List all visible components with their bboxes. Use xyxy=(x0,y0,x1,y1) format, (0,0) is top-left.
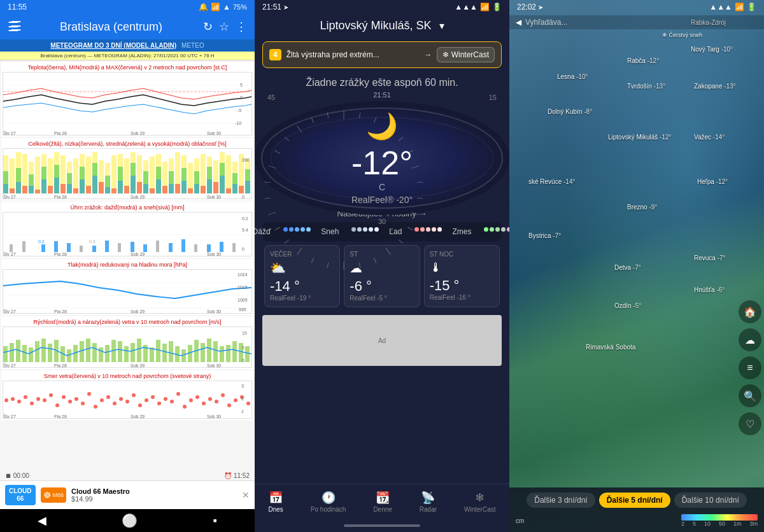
map-label-helpa: Heľpa -12° xyxy=(697,178,728,185)
search-icon-btn[interactable]: 🔍 xyxy=(739,384,761,407)
svg-line-270 xyxy=(327,262,329,268)
panel-meteogram: 11:55 🔔 📶 ▲ 75% ☰ Bratislava (centrum) ↻… xyxy=(0,0,255,532)
svg-rect-93 xyxy=(245,181,250,193)
p3-back-icon[interactable]: ◀ xyxy=(516,18,521,27)
svg-rect-195 xyxy=(220,346,224,362)
svg-rect-187 xyxy=(169,341,173,362)
svg-point-215 xyxy=(49,393,53,397)
recent-button[interactable]: ▪ xyxy=(213,514,217,528)
map-label-brezno: Brezno -9° xyxy=(627,204,657,211)
svg-text:S: S xyxy=(241,384,244,388)
tab-3days[interactable]: Ďalšie 3 dní/dní xyxy=(527,493,595,508)
ice-dot-5 xyxy=(437,227,442,232)
svg-point-237 xyxy=(189,398,193,402)
mix-label: Zmes xyxy=(452,227,471,236)
days-tabs: Ďalšie 3 dní/dní Ďalšie 5 dní/dní Ďalšie… xyxy=(509,487,764,512)
temperature-chart: Štv 27 Pia 28 Sob 29 Sob 30 5 0 -5 -10 xyxy=(3,72,252,136)
svg-point-209 xyxy=(11,397,15,401)
precip-chart-container: Úhrn zrážok: dažď(modrá) a sneh(sivá) [m… xyxy=(1,202,253,258)
svg-text:5: 5 xyxy=(240,83,243,87)
fc-realfeel-1: RealFeel -5 ° xyxy=(350,295,414,302)
svg-text:1015: 1015 xyxy=(237,285,248,290)
p3-signal-icon: ▲▲▲ xyxy=(709,3,732,11)
fc-icon-2: 🌡 xyxy=(430,260,494,275)
svg-rect-130 xyxy=(207,244,211,252)
home-indicator xyxy=(255,519,509,532)
dial-left-label: 45 xyxy=(267,94,275,101)
status-icons: 🔔 📶 ▲ 75% xyxy=(199,3,247,11)
heart-icon-btn[interactable]: ♡ xyxy=(739,412,761,435)
svg-point-233 xyxy=(164,397,167,401)
p3-search-text[interactable]: Vyhľadáva... xyxy=(525,18,758,27)
svg-point-238 xyxy=(195,395,199,399)
status-bar-panel3: 22:02 ➤ ▲▲▲ 📶 🔋 xyxy=(509,0,764,14)
city-title: Bratislava (centrum) xyxy=(25,20,197,34)
nav-wintercast[interactable]: ❄ WinterCast xyxy=(459,488,500,515)
nav-hodinach-label: Po hodinách xyxy=(311,506,346,513)
svg-point-235 xyxy=(176,392,180,396)
refresh-icon[interactable]: ↻ xyxy=(203,20,213,34)
bottom-navigation: 📅 Dnes 🕐 Po hodinách 📆 Denne 📡 Radar ❄ W… xyxy=(255,484,509,519)
svg-rect-173 xyxy=(80,341,84,362)
svg-point-244 xyxy=(234,398,237,402)
svg-rect-174 xyxy=(86,339,90,362)
svg-rect-98 xyxy=(60,184,66,193)
cloud-icon-btn[interactable]: ☁ xyxy=(739,328,761,351)
svg-rect-111 xyxy=(226,188,231,193)
svg-line-271 xyxy=(311,258,314,263)
home-icon-btn[interactable]: 🏠 xyxy=(739,300,761,323)
nav-hodinach[interactable]: 🕐 Po hodinách xyxy=(306,488,351,515)
p2-dropdown-icon[interactable]: ▾ xyxy=(439,20,444,32)
nav-radar-label: Radar xyxy=(420,506,437,513)
winddir-chart-container: Smer vetra(červená) v 10 metroch nad pov… xyxy=(1,370,253,420)
svg-text:390: 390 xyxy=(242,158,250,162)
svg-text:Štv 27: Štv 27 xyxy=(3,251,16,256)
battery-icon: 75% xyxy=(233,3,247,11)
svg-rect-105 xyxy=(150,188,155,193)
svg-rect-96 xyxy=(35,190,40,193)
home-button[interactable]: ⚪ xyxy=(122,513,138,528)
svg-rect-135 xyxy=(118,243,121,252)
fc-temp-0: -14 ° xyxy=(270,278,334,295)
nav-dnes[interactable]: 📅 Dnes xyxy=(263,488,288,515)
svg-point-222 xyxy=(94,405,97,409)
svg-text:0: 0 xyxy=(240,95,243,100)
nav-radar[interactable]: 📡 Radar xyxy=(414,488,442,515)
wifi-icon: ▲ xyxy=(223,3,230,11)
svg-text:Sob 30: Sob 30 xyxy=(207,195,221,199)
nav-denne[interactable]: 📆 Denne xyxy=(368,488,397,515)
map-label-lipt: Liptovský Mikuláš -12° xyxy=(608,134,672,141)
svg-rect-124 xyxy=(92,246,96,252)
svg-text:-5: -5 xyxy=(237,108,241,113)
ad-content: Cloud 66 Maestro $14.99 xyxy=(71,487,130,503)
svg-point-226 xyxy=(119,397,123,401)
scale-bar xyxy=(681,514,758,521)
warning-banner[interactable]: 4 Žltá výstraha pred extrém... → ❄ Winte… xyxy=(262,41,502,68)
svg-rect-122 xyxy=(54,241,58,252)
svg-rect-136 xyxy=(156,241,159,252)
svg-line-261 xyxy=(417,182,423,183)
tab-10days[interactable]: Ďalšie 10 dní/dní xyxy=(674,493,747,508)
android-nav-bar: ◀ ⚪ ▪ xyxy=(0,509,255,532)
wintercast-button[interactable]: ❄ WinterCast xyxy=(437,47,495,62)
chart-title-winddir: Smer vetra(červená) v 10 metroch nad pov… xyxy=(3,372,252,381)
ad-close-button[interactable]: ✕ xyxy=(242,490,250,500)
star-icon[interactable]: ☆ xyxy=(219,20,229,34)
tab-meteogram[interactable]: METEOGRAM DO 3 DNÍ (MODEL ALADIN) xyxy=(50,42,176,49)
svg-rect-16 xyxy=(10,158,15,193)
ad-placeholder: Ad xyxy=(378,337,386,344)
svg-rect-88 xyxy=(181,181,187,193)
svg-text:Sob 29: Sob 29 xyxy=(131,414,145,419)
svg-rect-179 xyxy=(118,341,122,362)
tab-5days[interactable]: Ďalšie 5 dní/dní xyxy=(599,493,670,508)
panel-accuweather: 21:51 ➤ ▲▲▲ 📶 🔋 ☰ Liptovský Mikuláš, SK … xyxy=(255,0,509,532)
more-icon[interactable]: ⋮ xyxy=(236,20,247,34)
svg-text:995: 995 xyxy=(239,307,246,312)
svg-rect-20 xyxy=(35,157,40,193)
tab-meteo2[interactable]: METEO xyxy=(181,42,204,49)
menu-icon-btn[interactable]: ≡ xyxy=(739,356,761,379)
svg-text:Sob 29: Sob 29 xyxy=(131,309,145,314)
svg-text:Štv 27: Štv 27 xyxy=(3,309,16,314)
cloudcover-chart-container: Celkové(žltá), nízka(červená), stredná(z… xyxy=(1,138,253,200)
back-button[interactable]: ◀ xyxy=(38,514,46,528)
